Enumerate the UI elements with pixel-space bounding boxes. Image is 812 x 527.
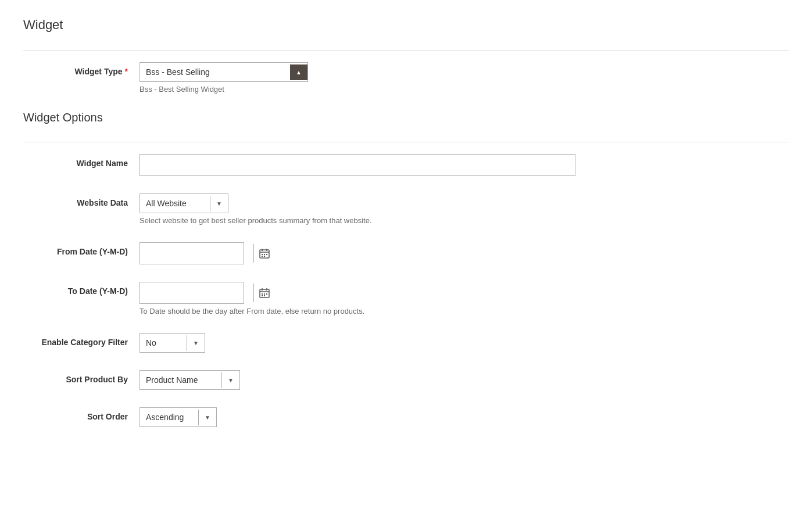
sort-product-by-row: Sort Product By Product Name Price Name [23,370,789,390]
widget-name-label: Widget Name [12,154,139,168]
widget-name-input[interactable] [139,154,575,176]
enable-category-filter-field: No Yes [139,333,593,353]
svg-rect-5 [264,254,265,255]
widget-type-select-wrap[interactable]: Bss - Best Selling [139,62,308,82]
from-date-input-wrap[interactable] [139,242,244,264]
svg-rect-14 [264,293,265,295]
svg-rect-13 [262,293,263,295]
website-data-row: Website Data All Website Select website … [23,193,789,225]
widget-divider [23,50,789,51]
widget-name-field [139,154,593,176]
website-data-select[interactable]: All Website [140,194,210,213]
calendar-icon [259,248,270,259]
svg-rect-8 [264,256,265,257]
widget-name-row: Widget Name [23,154,789,176]
to-date-field: To Date should be the day after From dat… [139,282,593,316]
enable-category-filter-dropdown-button[interactable] [187,335,205,351]
widget-section-title: Widget [23,17,789,33]
widget-options-divider [23,142,789,142]
sort-product-by-select-wrap[interactable]: Product Name Price Name [139,370,240,390]
sort-product-by-field: Product Name Price Name [139,370,593,390]
widget-options-section-title: Widget Options [23,111,789,124]
widget-type-hint: Bss - Best Selling Widget [139,85,593,94]
sort-order-field: Ascending Descending [139,407,593,427]
sort-product-by-dropdown-button[interactable] [221,372,239,388]
enable-category-filter-row: Enable Category Filter No Yes [23,333,789,353]
to-date-hint: To Date should be the day after From dat… [139,307,593,316]
sort-order-select[interactable]: Ascending Descending [140,408,198,426]
widget-type-label: Widget Type* [12,62,139,76]
to-date-calendar-button[interactable] [253,284,275,302]
website-data-dropdown-button[interactable] [210,196,228,211]
svg-rect-4 [262,254,263,255]
enable-category-filter-select[interactable]: No Yes [140,334,187,352]
to-date-input[interactable] [140,282,253,303]
calendar-icon-2 [259,287,270,299]
sort-product-by-label: Sort Product By [12,370,139,384]
required-indicator: * [125,67,128,76]
from-date-calendar-button[interactable] [253,244,275,263]
from-date-row: From Date (Y-M-D) [23,242,789,264]
to-date-label: To Date (Y-M-D) [12,282,139,296]
widget-type-up-button[interactable] [290,64,307,80]
svg-rect-17 [264,295,265,296]
from-date-field [139,242,593,264]
website-data-select-wrap[interactable]: All Website [139,193,228,213]
svg-rect-6 [266,254,267,255]
sort-order-dropdown-button[interactable] [198,410,216,425]
enable-category-filter-select-wrap[interactable]: No Yes [139,333,205,353]
sort-order-label: Sort Order [12,407,139,421]
widget-type-field: Bss - Best Selling Bss - Best Selling Wi… [139,62,593,94]
svg-rect-15 [266,293,267,295]
from-date-label: From Date (Y-M-D) [12,242,139,256]
enable-category-filter-label: Enable Category Filter [12,333,139,347]
svg-rect-16 [262,295,263,296]
widget-type-select[interactable]: Bss - Best Selling [140,63,290,81]
svg-rect-7 [262,256,263,257]
website-data-label: Website Data [12,193,139,207]
sort-order-select-wrap[interactable]: Ascending Descending [139,407,217,427]
sort-order-row: Sort Order Ascending Descending [23,407,789,427]
widget-type-row: Widget Type* Bss - Best Selling Bss - Be… [23,62,789,94]
to-date-input-wrap[interactable] [139,282,244,304]
website-data-hint: Select website to get best seller produc… [139,216,593,225]
to-date-row: To Date (Y-M-D) To Date should be the da… [23,282,789,316]
from-date-input[interactable] [140,243,253,264]
website-data-field: All Website Select website to get best s… [139,193,593,225]
sort-product-by-select[interactable]: Product Name Price Name [140,371,221,389]
